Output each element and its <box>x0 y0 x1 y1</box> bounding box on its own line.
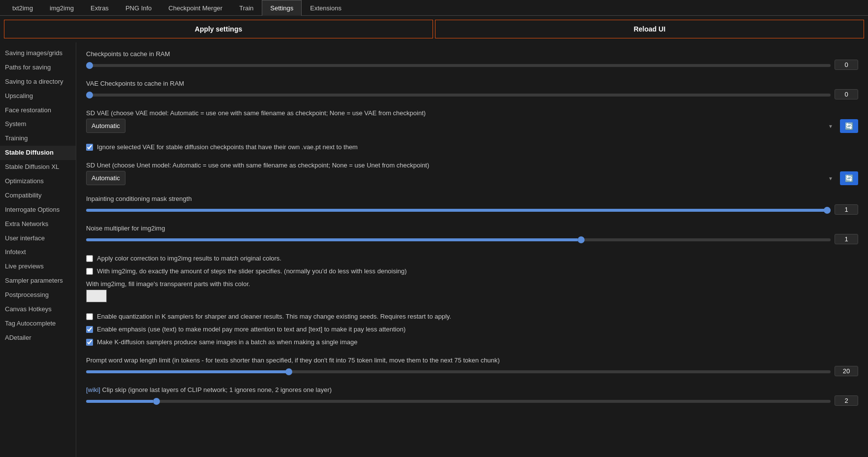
checkpoints-cache-slider-row: 0 <box>86 60 858 70</box>
kdiffusion-batch-checkbox[interactable] <box>86 339 93 346</box>
sidebar-item-compatibility[interactable]: Compatibility <box>0 189 76 203</box>
ignore-vae-checkbox-row: Ignore selected VAE for stable diffusion… <box>86 143 858 152</box>
sidebar: Saving images/grids Paths for saving Sav… <box>0 42 76 457</box>
inpainting-mask-label: Inpainting conditioning mask strength <box>86 195 858 202</box>
sd-vae-dropdown-row: Automatic None 🔄 <box>86 119 858 133</box>
quantization-checkbox[interactable] <box>86 313 93 320</box>
nav-extensions[interactable]: Extensions <box>302 0 350 16</box>
sidebar-item-optimizations[interactable]: Optimizations <box>0 174 76 189</box>
emphasis-label: Enable emphasis (use (text) to make mode… <box>97 325 405 334</box>
nav-extras[interactable]: Extras <box>82 0 117 16</box>
sidebar-item-stable-diffusion[interactable]: Stable Diffusion <box>0 146 76 160</box>
quantization-label: Enable quantization in K samplers for sh… <box>97 312 451 321</box>
fill-color-label: With img2img, fill image's transparent p… <box>86 280 858 288</box>
vae-cache-value: 0 <box>835 89 858 99</box>
nav-checkpoint-merger[interactable]: Checkpoint Merger <box>160 0 231 16</box>
apply-settings-button[interactable]: Apply settings <box>4 20 433 38</box>
vae-cache-label: VAE Checkpoints to cache in RAM <box>86 80 858 87</box>
sidebar-item-saving-directory[interactable]: Saving to a directory <box>0 75 76 89</box>
sd-unet-refresh-button[interactable]: 🔄 <box>840 171 858 185</box>
sidebar-item-training[interactable]: Training <box>0 131 76 146</box>
checkpoints-cache-setting: Checkpoints to cache in RAM 0 <box>86 50 858 70</box>
noise-multiplier-slider-row: 1 <box>86 234 858 244</box>
clip-skip-setting: [wiki] Clip skip (ignore last layers of … <box>86 386 858 406</box>
checkpoints-cache-value: 0 <box>835 60 858 70</box>
reload-ui-button[interactable]: Reload UI <box>435 20 864 38</box>
checkpoints-cache-label: Checkpoints to cache in RAM <box>86 50 858 58</box>
emphasis-checkbox[interactable] <box>86 326 93 333</box>
nav-txt2img[interactable]: txt2img <box>4 0 41 16</box>
sd-unet-select-wrap: Automatic None <box>86 171 838 185</box>
clip-skip-value: 2 <box>835 395 858 406</box>
nav-train[interactable]: Train <box>231 0 262 16</box>
sidebar-item-interrogate[interactable]: Interrogate Options <box>0 203 76 217</box>
sd-unet-select[interactable]: Automatic None <box>86 171 125 185</box>
inpainting-mask-slider-wrap <box>86 206 831 213</box>
exact-steps-label: With img2img, do exactly the amount of s… <box>97 267 407 276</box>
sidebar-item-extra-networks[interactable]: Extra Networks <box>0 217 76 231</box>
sd-vae-label: SD VAE (choose VAE model: Automatic = us… <box>86 109 858 117</box>
exact-steps-checkbox[interactable] <box>86 268 93 275</box>
color-correction-label: Apply color correction to img2img result… <box>97 254 281 263</box>
sidebar-item-live-previews[interactable]: Live previews <box>0 260 76 274</box>
sd-vae-select[interactable]: Automatic None <box>86 119 125 133</box>
sidebar-item-paths[interactable]: Paths for saving <box>0 61 76 75</box>
checkpoints-cache-slider[interactable] <box>86 64 831 67</box>
prompt-wrap-slider-wrap <box>86 367 831 375</box>
sidebar-item-upscaling[interactable]: Upscaling <box>0 89 76 103</box>
sd-vae-setting: SD VAE (choose VAE model: Automatic = us… <box>86 109 858 133</box>
sidebar-item-saving-images[interactable]: Saving images/grids <box>0 46 76 61</box>
vae-cache-setting: VAE Checkpoints to cache in RAM 0 <box>86 80 858 99</box>
fill-color-setting: With img2img, fill image's transparent p… <box>86 280 858 302</box>
vae-cache-slider-wrap <box>86 91 831 98</box>
sd-unet-setting: SD Unet (choose Unet model: Automatic = … <box>86 162 858 185</box>
prompt-wrap-label: Prompt word wrap length limit (in tokens… <box>86 357 858 364</box>
noise-multiplier-setting: Noise multiplier for img2img 1 <box>86 225 858 244</box>
clip-skip-slider-wrap <box>86 397 831 404</box>
prompt-wrap-slider[interactable] <box>86 370 831 373</box>
sidebar-item-sampler-parameters[interactable]: Sampler parameters <box>0 274 76 288</box>
ignore-vae-checkbox[interactable] <box>86 144 93 151</box>
noise-multiplier-value: 1 <box>835 234 858 244</box>
sidebar-item-system[interactable]: System <box>0 117 76 131</box>
emphasis-row: Enable emphasis (use (text) to make mode… <box>86 325 858 334</box>
nav-settings[interactable]: Settings <box>262 0 302 16</box>
top-nav: txt2img img2img Extras PNG Info Checkpoi… <box>0 0 868 16</box>
color-correction-checkbox[interactable] <box>86 255 93 262</box>
nav-img2img[interactable]: img2img <box>41 0 82 16</box>
inpainting-mask-value: 1 <box>835 204 858 215</box>
clip-skip-label: [wiki] Clip skip (ignore last layers of … <box>86 386 858 393</box>
quantization-row: Enable quantization in K samplers for sh… <box>86 312 858 321</box>
clip-skip-slider[interactable] <box>86 400 831 403</box>
checkpoints-cache-slider-wrap <box>86 61 831 68</box>
noise-multiplier-slider-wrap <box>86 235 831 243</box>
sidebar-item-canvas-hotkeys[interactable]: Canvas Hotkeys <box>0 302 76 317</box>
sidebar-item-tag-autocomplete[interactable]: Tag Autocomplete <box>0 317 76 331</box>
inpainting-mask-setting: Inpainting conditioning mask strength 1 <box>86 195 858 215</box>
sd-unet-label: SD Unet (choose Unet model: Automatic = … <box>86 162 858 169</box>
sd-vae-refresh-button[interactable]: 🔄 <box>840 119 858 133</box>
noise-multiplier-slider[interactable] <box>86 238 831 241</box>
vae-cache-slider[interactable] <box>86 94 831 97</box>
inpainting-mask-slider[interactable] <box>86 209 831 212</box>
color-correction-row: Apply color correction to img2img result… <box>86 254 858 263</box>
prompt-wrap-value: 20 <box>835 366 858 376</box>
kdiffusion-batch-label: Make K-diffusion samplers produce same i… <box>97 338 357 347</box>
sidebar-item-stable-diffusion-xl[interactable]: Stable Diffusion XL <box>0 160 76 174</box>
kdiffusion-batch-row: Make K-diffusion samplers produce same i… <box>86 338 858 347</box>
sidebar-item-postprocessing[interactable]: Postprocessing <box>0 288 76 302</box>
vae-cache-slider-row: 0 <box>86 89 858 99</box>
fill-color-swatch[interactable] <box>86 290 107 302</box>
sidebar-item-infotext[interactable]: Infotext <box>0 245 76 260</box>
sd-vae-select-wrap: Automatic None <box>86 119 838 133</box>
settings-content: Checkpoints to cache in RAM 0 VAE Checkp… <box>76 42 868 457</box>
sd-unet-dropdown-row: Automatic None 🔄 <box>86 171 858 185</box>
sidebar-item-user-interface[interactable]: User interface <box>0 231 76 246</box>
clip-skip-slider-row: 2 <box>86 395 858 406</box>
clip-skip-wiki-link[interactable]: [wiki] <box>86 386 100 393</box>
sidebar-item-face-restoration[interactable]: Face restoration <box>0 103 76 118</box>
nav-png-info[interactable]: PNG Info <box>117 0 160 16</box>
sidebar-item-adetailer[interactable]: ADetailer <box>0 331 76 345</box>
ignore-vae-label: Ignore selected VAE for stable diffusion… <box>97 143 358 152</box>
noise-multiplier-label: Noise multiplier for img2img <box>86 225 858 232</box>
